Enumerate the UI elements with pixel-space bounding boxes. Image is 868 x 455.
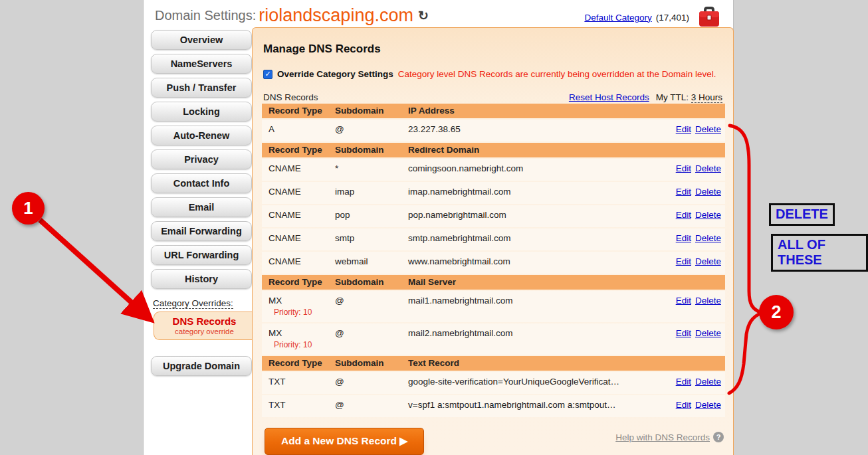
add-dns-record-label: Add a New DNS Record [281,435,397,446]
edit-link[interactable]: Edit [676,400,691,410]
sidebar-item-history[interactable]: History [151,269,252,289]
edit-link[interactable]: Edit [676,233,691,243]
subdomain-cell: * [335,163,408,173]
default-category-link[interactable]: Default Category [584,13,651,23]
record-type-value: CNAME [269,187,335,197]
table-row: CNAMEpoppop.namebrightmail.comEditDelete [262,205,725,227]
help-group: Help with DNS Records ? [615,432,724,442]
edit-link[interactable]: Edit [676,124,691,134]
sidebar: OverviewNameServersPush / TransferLockin… [151,30,252,380]
table-meta-row: DNS Records Reset Host Records My TTL: 3… [262,92,724,104]
column-header-record-type: Record Type [262,358,335,368]
sidebar-item-privacy[interactable]: Privacy [151,149,252,169]
sidebar-item-url-forwarding[interactable]: URL Forwarding [151,245,252,265]
record-value-cell: google-site-verification=YourUniqueGoogl… [408,377,662,387]
record-type-value: MX [269,296,335,306]
row-actions: EditDelete [662,187,725,197]
column-header-actions [662,145,725,155]
row-actions: EditDelete [662,124,725,134]
override-settings-row: ✓ Override Category Settings Category le… [263,69,724,79]
page-title: Domain Settings: [155,8,256,23]
table-row: TXT@google-site-verification=YourUniqueG… [262,372,725,394]
record-type-cell: CNAME [262,210,335,220]
column-header-value: Text Record [408,358,662,368]
edit-link[interactable]: Edit [676,328,691,338]
sidebar-item-auto-renew[interactable]: Auto-Renew [151,126,252,145]
edit-link[interactable]: Edit [676,210,691,220]
domain-settings-page: Domain Settings:riolandscaping.com↻ Defa… [143,0,734,455]
column-header-value: Mail Server [408,277,662,287]
override-warning-text: Category level DNS Records are currently… [398,69,716,79]
step1-arrow [40,220,148,317]
table-row: A@23.227.38.65EditDelete [262,120,725,141]
delete-link[interactable]: Delete [695,296,721,306]
delete-link[interactable]: Delete [695,328,721,338]
table-row: CNAME*comingsoon.namebright.comEditDelet… [262,159,725,181]
sidebar-item-dns-records[interactable]: DNS Records category override [154,312,255,340]
table-row: CNAMEimapimap.namebrightmail.comEditDele… [262,182,725,204]
sidebar-item-push-transfer[interactable]: Push / Transfer [151,78,252,98]
table-row: CNAMEwebmailwww.namebrightmail.comEditDe… [262,252,725,274]
record-value-cell: v=spf1 a:smtpout1.namebrightmail.com a:s… [408,400,662,410]
sidebar-item-email-forwarding[interactable]: Email Forwarding [151,221,252,241]
delete-link[interactable]: Delete [695,124,721,134]
column-header-record-type: Record Type [262,145,335,155]
override-category-checkbox[interactable]: ✓ [263,70,272,79]
question-mark-icon[interactable]: ? [713,432,724,442]
column-header-actions [662,277,725,287]
delete-link[interactable]: Delete [695,210,721,220]
category-override-sublabel: category override [154,327,255,335]
subdomain-cell: webmail [335,256,408,266]
record-type-value: TXT [269,377,335,387]
record-type-cell: TXT [262,400,335,410]
dns-records-table: Record TypeSubdomainIP AddressA@23.227.3… [262,104,725,417]
record-type-cell: A [262,124,335,134]
row-actions: EditDelete [662,377,725,387]
delete-link[interactable]: Delete [695,377,721,387]
header-right: Default Category (17,401) [584,7,721,28]
delete-link[interactable]: Delete [695,400,721,410]
refresh-icon[interactable]: ↻ [418,9,429,23]
subdomain-cell: @ [335,296,408,306]
override-checkbox-label: Override Category Settings [277,69,393,79]
edit-link[interactable]: Edit [676,296,691,306]
toolbox-icon[interactable] [697,7,721,28]
column-header-value: Redirect Domain [408,145,662,155]
reset-host-records-link[interactable]: Reset Host Records [569,92,649,102]
column-header-record-type: Record Type [262,106,335,116]
sidebar-item-nameservers[interactable]: NameServers [151,54,252,74]
record-type-value: MX [269,328,335,338]
sidebar-buttons: OverviewNameServersPush / TransferLockin… [151,30,252,289]
delete-link[interactable]: Delete [695,256,721,266]
row-actions: EditDelete [662,163,725,173]
ttl-value-link[interactable]: 3 Hours [691,92,722,103]
edit-link[interactable]: Edit [676,187,691,197]
delete-link[interactable]: Delete [695,187,721,197]
record-value-cell: smtp.namebrightmail.com [408,233,662,243]
add-dns-record-button[interactable]: Add a New DNS Record ▶ [265,428,424,455]
edit-link[interactable]: Edit [676,256,691,266]
category-overrides-link[interactable]: Category Overrides: [153,298,233,309]
sidebar-item-contact-info[interactable]: Contact Info [151,173,252,193]
sidebar-item-overview[interactable]: Overview [151,30,252,50]
edit-link[interactable]: Edit [676,377,691,387]
step2-badge: 2 [759,295,794,329]
sidebar-item-locking[interactable]: Locking [151,102,252,122]
delete-link[interactable]: Delete [695,233,721,243]
edit-link[interactable]: Edit [676,163,691,173]
domain-name: riolandscaping.com [259,5,413,25]
row-actions: EditDelete [662,328,725,338]
column-header-value: IP Address [408,106,662,116]
table-row: CNAMEsmtpsmtp.namebrightmail.comEditDele… [262,228,725,250]
subdomain-cell: @ [335,400,408,410]
column-header-subdomain: Subdomain [335,277,408,287]
record-value-cell: comingsoon.namebright.com [408,163,662,173]
help-dns-records-link[interactable]: Help with DNS Records [615,432,710,442]
record-priority: Priority: 10 [274,308,335,317]
sidebar-item-upgrade-domain[interactable]: Upgrade Domain [151,356,252,376]
delete-link[interactable]: Delete [695,163,721,173]
record-value-cell: mail1.namebrightmail.com [408,296,662,306]
sidebar-item-email[interactable]: Email [151,197,252,217]
subdomain-cell: @ [335,328,408,338]
subdomain-cell: imap [335,187,408,197]
